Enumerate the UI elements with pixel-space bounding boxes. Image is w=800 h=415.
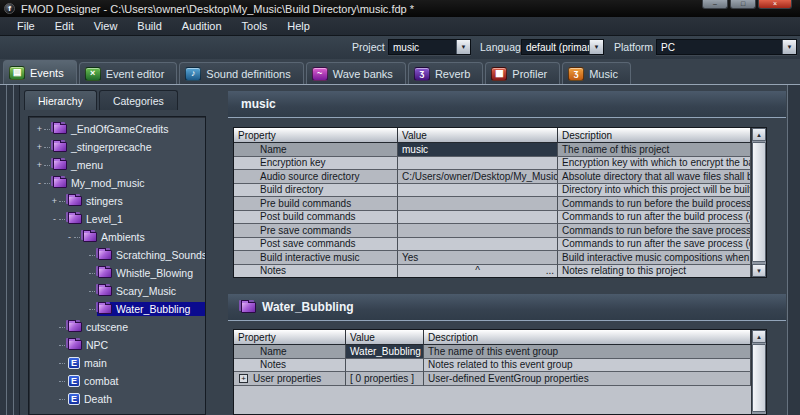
column-header-description[interactable]: Description (424, 330, 751, 345)
platform-dropdown-arrow-icon[interactable]: ▼ (782, 40, 796, 54)
scrollbar-thumb[interactable] (752, 142, 766, 262)
menu-item-file[interactable]: File (8, 18, 44, 34)
column-header-property[interactable]: Property (234, 128, 398, 143)
column-header-description[interactable]: Description (558, 128, 751, 143)
column-header-value[interactable]: Value (346, 330, 424, 345)
left-splitter[interactable] (0, 85, 20, 415)
menu-item-edit[interactable]: Edit (46, 18, 83, 34)
maximize-button[interactable]: □ (730, 0, 756, 9)
tree-item-cutscene[interactable]: cutscene (29, 318, 205, 336)
minimize-button[interactable]: – (702, 0, 728, 9)
table-row[interactable]: Encryption keyEncryption key with which … (234, 157, 751, 171)
menu-item-view[interactable]: View (85, 18, 127, 34)
property-cell[interactable]: +User properties (234, 372, 346, 386)
sidebar-tab-categories[interactable]: Categories (99, 90, 178, 110)
value-cell[interactable]: music (398, 143, 558, 157)
collapse-icon[interactable]: - (65, 232, 74, 242)
close-button[interactable]: × (758, 0, 792, 9)
property-cell[interactable]: Name (234, 143, 398, 157)
expand-icon[interactable]: + (50, 196, 59, 206)
tree-item-ambients[interactable]: -Ambients (29, 228, 205, 246)
column-header-property[interactable]: Property (234, 330, 346, 345)
property-cell[interactable]: Build interactive music (234, 251, 398, 265)
tree-item-npc[interactable]: NPC (29, 336, 205, 354)
column-header-value[interactable]: Value (398, 128, 558, 143)
property-cell[interactable]: Name (234, 345, 346, 359)
right-splitter[interactable] (787, 85, 800, 415)
table-row[interactable]: Post save commandsCommands to run after … (234, 238, 751, 252)
value-cell[interactable]: C:/Users/owner/Desktop/My_Music/Music So… (398, 170, 558, 184)
tree-item-scratching_sounds[interactable]: Scratching_Sounds (29, 246, 205, 264)
table-row[interactable]: NotesNotes related to this event group (234, 359, 751, 373)
tree-item-_endofgamecredits[interactable]: +_EndOfGameCredits (29, 120, 205, 138)
scrollbar-thumb[interactable] (752, 344, 766, 412)
collapse-caret-icon[interactable]: ^ (475, 265, 480, 276)
scroll-up-icon[interactable]: ▲ (752, 128, 766, 141)
tab-sound-definitions[interactable]: ♪Sound definitions (179, 62, 303, 84)
value-cell[interactable]: Water_Bubbling (346, 345, 424, 359)
language-dropdown[interactable]: default (primary) ▼ (521, 39, 604, 55)
property-cell[interactable]: Pre build commands (234, 197, 398, 211)
tree-item-scary_music[interactable]: Scary_Music (29, 282, 205, 300)
table-row[interactable]: Post build commandsCommands to run after… (234, 211, 751, 225)
value-cell[interactable] (398, 157, 558, 171)
property-cell[interactable]: Audio source directory (234, 170, 398, 184)
tree-item-death[interactable]: EDeath (29, 390, 205, 408)
table-row[interactable]: +User properties[ 0 properties ]User-def… (234, 372, 751, 386)
tree-item-water_bubbling[interactable]: Water_Bubbling (29, 300, 205, 318)
tab-profiler[interactable]: ▦Profiler (485, 62, 560, 84)
tree-item-_menu[interactable]: +_menu (29, 156, 205, 174)
project-table-scrollbar[interactable]: ▲ ▼ (751, 128, 766, 277)
table-row[interactable]: Build interactive musicYesBuild interact… (234, 251, 751, 265)
property-cell[interactable]: Notes (234, 265, 398, 279)
value-cell[interactable]: Yes (398, 251, 558, 265)
property-cell[interactable]: Build directory (234, 184, 398, 198)
property-cell[interactable]: Encryption key (234, 157, 398, 171)
tab-wave-banks[interactable]: ~Wave banks (306, 62, 406, 84)
group-table-scrollbar[interactable]: ▲ (751, 330, 766, 414)
expand-icon[interactable]: + (35, 124, 44, 134)
value-cell[interactable] (398, 197, 558, 211)
project-dropdown[interactable]: music ▼ (388, 39, 471, 55)
property-cell[interactable]: Post build commands (234, 211, 398, 225)
table-row[interactable]: Audio source directoryC:/Users/owner/Des… (234, 170, 751, 184)
project-dropdown-arrow-icon[interactable]: ▼ (456, 40, 470, 54)
value-cell[interactable] (398, 238, 558, 252)
value-cell[interactable]: [ 0 properties ] (346, 372, 424, 386)
expand-icon[interactable]: + (35, 142, 44, 152)
menu-item-audition[interactable]: Audition (173, 18, 231, 34)
table-row[interactable]: Build directoryDirectory into which this… (234, 184, 751, 198)
table-row[interactable]: NamemusicThe name of this project (234, 143, 751, 157)
tree-item-combat[interactable]: Ecombat (29, 372, 205, 390)
collapse-icon[interactable]: - (50, 214, 59, 224)
scroll-down-icon[interactable]: ▼ (752, 264, 766, 277)
expand-icon[interactable]: + (35, 160, 44, 170)
language-dropdown-arrow-icon[interactable]: ▼ (589, 40, 603, 54)
value-cell[interactable]: ^... (398, 265, 558, 279)
tree-item-_stingerprecache[interactable]: +_stingerprecache (29, 138, 205, 156)
table-row[interactable]: Notes^...Notes relating to this project (234, 265, 751, 279)
platform-dropdown[interactable]: PC ▼ (656, 39, 797, 55)
tab-music[interactable]: ʒMusic (562, 62, 631, 84)
expand-plus-icon[interactable]: + (239, 374, 248, 383)
menu-item-help[interactable]: Help (278, 18, 319, 34)
menu-item-tools[interactable]: Tools (233, 18, 277, 34)
value-cell[interactable] (398, 211, 558, 225)
tree-item-level_1[interactable]: -Level_1 (29, 210, 205, 228)
sidebar-tab-hierarchy[interactable]: Hierarchy (24, 90, 97, 110)
tree-item-main[interactable]: Emain (29, 354, 205, 372)
tab-events[interactable]: ▤Events (3, 60, 77, 84)
property-cell[interactable]: Notes (234, 359, 346, 373)
property-cell[interactable]: Post save commands (234, 238, 398, 252)
value-cell[interactable] (398, 224, 558, 238)
tree-item-my_mod_music[interactable]: -My_mod_music (29, 174, 205, 192)
tab-reverb[interactable]: ʒReverb (408, 62, 483, 84)
ellipsis-button[interactable]: ... (546, 265, 554, 276)
table-row[interactable]: NameWater_BubblingThe name of this event… (234, 345, 751, 359)
property-cell[interactable]: Pre save commands (234, 224, 398, 238)
value-cell[interactable] (346, 359, 424, 373)
menu-item-build[interactable]: Build (128, 18, 170, 34)
collapse-icon[interactable]: - (35, 178, 44, 188)
tree-item-whistle_blowing[interactable]: Whistle_Blowing (29, 264, 205, 282)
table-row[interactable]: Pre build commandsCommands to run before… (234, 197, 751, 211)
